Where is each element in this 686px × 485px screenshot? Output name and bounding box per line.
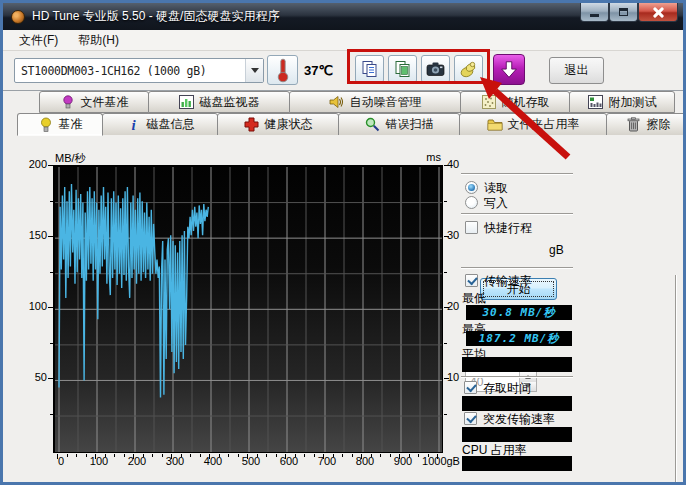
toolbar: ST1000DM003-1CH162 (1000 gB) 37℃ [3, 51, 683, 90]
tab-label: 磁盘监视器 [200, 94, 260, 111]
x-axis-tick [133, 454, 134, 459]
x-axis-tick [114, 454, 115, 457]
y-right-axis-tick [444, 343, 447, 344]
avg-speed-display [462, 357, 572, 372]
tab-error-scan[interactable]: 错误扫描 [338, 113, 460, 136]
drive-select-combobox[interactable]: ST1000DM003-1CH162 (1000 gB) [14, 58, 264, 83]
y-left-axis-tick [48, 236, 53, 237]
short-stroke-unit: gB [549, 243, 564, 257]
tab-row-bottom: 基准 i 磁盘信息 健康状态 错误扫描 文件夹占用率 [17, 113, 686, 136]
close-icon [653, 7, 664, 18]
screenshot-button[interactable] [421, 55, 450, 83]
tab-label: 随机存取 [502, 94, 550, 111]
burst-rate-checkbox[interactable] [464, 412, 477, 425]
menu-bar: 文件(F) 帮助(H) [3, 30, 683, 51]
y-right-axis-tick [444, 307, 449, 308]
y-right-axis-tick [444, 378, 449, 379]
update-download-button[interactable] [493, 54, 525, 85]
copy-image-button[interactable] [388, 55, 417, 83]
read-radio[interactable] [465, 181, 478, 194]
max-speed-display: 187.2 MB/秒 [466, 331, 572, 346]
window-title: HD Tune 专业版 5.50 - 硬盘/固态硬盘实用程序 [32, 8, 279, 25]
x-axis-tick [162, 454, 163, 457]
copy-text-button[interactable] [355, 55, 384, 83]
y-right-tick-label: 40 [447, 158, 471, 170]
panel-right-groove [675, 275, 677, 485]
minimize-icon [590, 14, 599, 17]
x-axis-tick [352, 454, 353, 457]
plot-area [53, 165, 443, 453]
y-right-axis-tick [444, 201, 447, 202]
x-axis-tick [304, 454, 305, 457]
error-scan-magnifier-icon [365, 117, 381, 133]
tab-erase[interactable]: 擦除 [606, 113, 686, 136]
x-axis-tick [86, 454, 87, 457]
x-axis-tick [105, 454, 106, 457]
x-axis-tick [428, 454, 429, 457]
transfer-rate-line [59, 184, 208, 397]
tab-label: 文件夹占用率 [508, 116, 580, 133]
tab-folder-usage[interactable]: 文件夹占用率 [459, 113, 607, 136]
minimize-button[interactable] [580, 3, 609, 22]
left-axis-title: MB/秒 [55, 151, 86, 166]
x-axis-tick [57, 454, 58, 459]
x-axis-tick [219, 454, 220, 457]
y-left-tick-label: 50 [17, 371, 47, 383]
y-left-axis-tick [48, 307, 53, 308]
maximize-icon [619, 8, 628, 16]
short-stroke-checkbox[interactable] [465, 221, 478, 234]
x-axis-tick [190, 454, 191, 457]
y-right-axis-tick [444, 236, 449, 237]
tab-health[interactable]: 健康状态 [217, 113, 339, 136]
tab-auto-acoustic[interactable]: 自动噪音管理 [289, 91, 461, 113]
copy-image-icon [394, 60, 412, 78]
exit-button[interactable]: 退出 [549, 57, 604, 84]
x-axis-tick [124, 454, 125, 457]
tab-disk-info[interactable]: i 磁盘信息 [102, 113, 218, 136]
x-tick-label: 1000gB [417, 455, 465, 467]
tab-benchmark[interactable]: 基准 [17, 113, 103, 136]
copy-text-icon [361, 60, 379, 78]
tab-extra-tests[interactable]: 附加测试 [569, 91, 675, 113]
tab-label: 错误扫描 [386, 116, 434, 133]
y-left-axis-tick [50, 343, 53, 344]
tab-random-access[interactable]: 随机存取 [460, 91, 570, 113]
min-speed-display: 30.8 MB/秒 [466, 305, 572, 320]
tab-label: 附加测试 [609, 94, 657, 111]
x-axis-tick [399, 454, 400, 459]
x-axis-tick [171, 454, 172, 459]
x-axis-tick [95, 454, 96, 459]
x-axis-tick [285, 454, 286, 459]
tab-label: 擦除 [647, 116, 671, 133]
x-axis-tick [238, 454, 239, 457]
x-axis-tick [295, 454, 296, 457]
access-time-display [462, 396, 572, 411]
maximize-button[interactable] [609, 3, 638, 22]
random-access-icon [481, 94, 497, 110]
close-button[interactable] [638, 3, 678, 22]
transfer-rate-graph [55, 167, 442, 452]
y-left-tick-label: 150 [17, 229, 47, 241]
disk-monitor-chart-icon [179, 94, 195, 110]
tab-disk-monitor[interactable]: 磁盘监视器 [148, 91, 290, 113]
separator [461, 376, 573, 378]
menu-help[interactable]: 帮助(H) [68, 30, 129, 51]
x-axis-tick [323, 454, 324, 459]
tab-label: 磁盘信息 [147, 116, 195, 133]
erase-trash-icon [626, 117, 642, 133]
access-time-checkbox[interactable] [464, 381, 477, 394]
download-arrow-icon [498, 59, 520, 81]
transfer-rate-checkbox[interactable] [465, 274, 478, 287]
write-radio[interactable] [465, 196, 478, 209]
benchmark-tab-page: MB/秒 ms 20015010050403020100100200300400… [3, 135, 683, 482]
tab-file-benchmark[interactable]: 文件基准 [39, 91, 149, 113]
y-right-axis-tick [444, 165, 449, 166]
tab-label: 文件基准 [81, 94, 129, 111]
donate-button[interactable] [454, 55, 483, 83]
y-left-tick-label: 100 [17, 300, 47, 312]
y-left-axis-tick [50, 272, 53, 273]
exit-label: 退出 [565, 62, 589, 79]
temperature-button[interactable] [267, 55, 298, 85]
drive-select-value: ST1000DM003-1CH162 (1000 gB) [15, 64, 245, 78]
menu-file[interactable]: 文件(F) [9, 30, 68, 51]
